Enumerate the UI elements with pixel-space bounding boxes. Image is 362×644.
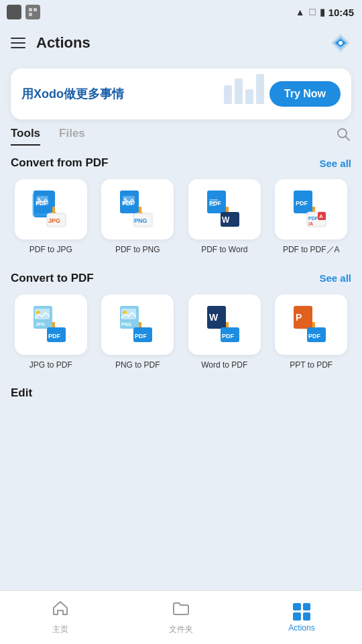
convert-from-pdf-header: Convert from PDF See all [11,156,351,170]
tool-pdf-to-pdfa[interactable]: PDF PDF /A A PDF to PDF／A [272,179,352,256]
convert-to-pdf-title: Convert to PDF [11,272,94,285]
png-to-pdf-icon: PNG PDF [116,303,159,346]
nav-home[interactable]: 主页 [0,600,121,635]
wifi-icon: ▲ [296,7,305,17]
tool-ppt-to-pdf[interactable]: P PDF PPT to PDF [272,294,352,371]
status-right-info: ▲ ☐ ▮ 10:45 [296,7,354,18]
nav-actions-label: Actions [288,623,314,633]
svg-rect-2 [29,13,32,16]
edit-header: Edit [11,386,351,400]
pdf-to-png-icon: PDF PNG [116,188,159,231]
convert-from-pdf-see-all[interactable]: See all [319,158,351,169]
nav-files[interactable]: 文件夹 [121,600,241,635]
try-now-button[interactable]: Try Now [269,81,341,107]
pdf-to-jpg-icon: PDF PDF JPG [29,188,72,231]
tool-png-to-pdf-icon-box: PNG PDF [101,294,174,355]
word-to-pdf-icon: W PDF [203,303,246,346]
edit-section: Edit [11,386,351,400]
convert-from-pdf-grid: PDF PDF JPG PDF to JPG [11,179,351,256]
svg-point-15 [38,198,40,201]
nav-home-label: 主页 [52,624,68,635]
tool-png-to-pdf[interactable]: PNG PDF PNG to PDF [98,294,178,371]
svg-text:PDF: PDF [308,333,321,339]
svg-text:PDF: PDF [222,333,235,339]
actions-grid-icon [293,603,310,621]
svg-text:W: W [209,312,219,323]
svg-text:P: P [296,312,302,323]
svg-text:A: A [319,213,323,219]
tool-pdf-to-jpg[interactable]: PDF PDF JPG PDF to JPG [11,179,91,256]
svg-line-8 [346,137,350,141]
svg-text:/A: /A [308,221,313,226]
svg-point-23 [124,198,127,201]
convert-to-pdf-header: Convert to PDF See all [11,272,351,285]
convert-to-pdf-grid: JPG PDF JPG to PDF PNG [11,294,351,371]
tool-ppt-to-pdf-icon-box: P PDF [275,294,347,355]
tool-ppt-to-pdf-label: PPT to PDF [290,360,333,371]
svg-text:JPG: JPG [36,322,46,327]
svg-text:PNG: PNG [121,322,132,327]
ppt-to-pdf-icon: P PDF [290,303,333,346]
clock: 10:45 [328,7,354,18]
convert-from-pdf-title: Convert from PDF [11,156,108,170]
convert-to-pdf-see-all[interactable]: See all [319,272,351,284]
header: Actions [0,24,362,62]
tool-jpg-to-pdf[interactable]: JPG PDF JPG to PDF [11,294,91,371]
tab-files[interactable]: Files [59,127,85,146]
tool-pdf-to-word-label: PDF to Word [201,245,247,256]
tool-pdf-to-png-label: PDF to PNG [115,245,160,256]
svg-text:PNG: PNG [134,217,147,224]
tool-pdf-to-pdfa-icon-box: PDF PDF /A A [275,179,347,239]
bottom-nav: 主页 文件夹 Actions [0,590,362,644]
xodo-diamond-icon [330,32,351,54]
tool-pdf-to-word-icon-box: PDF W [188,179,261,239]
battery-icon: ▮ [320,7,325,17]
folder-icon [172,600,190,621]
status-app-icon2 [25,5,40,19]
tool-pdf-to-png-icon-box: PDF PNG [101,179,174,239]
signal-icon: ☐ [308,7,316,17]
tool-pdf-to-jpg-label: PDF to JPG [29,245,72,256]
tab-tools[interactable]: Tools [11,127,40,146]
svg-point-6 [339,41,343,45]
svg-text:PDF: PDF [296,200,308,207]
menu-button[interactable] [11,38,25,48]
jpg-to-pdf-icon: JPG PDF [29,303,72,346]
svg-text:PDF: PDF [308,216,318,221]
tabs-bar: Tools Files [0,126,362,146]
tool-jpg-to-pdf-icon-box: JPG PDF [15,294,87,355]
svg-rect-17 [52,207,55,213]
svg-rect-1 [34,8,37,11]
tool-pdf-to-png[interactable]: PDF PNG PDF to PNG [98,179,178,256]
tool-word-to-pdf-icon-box: W PDF [188,294,261,355]
tool-pdf-to-jpg-icon-box: PDF PDF JPG [15,179,87,239]
banner-illustration [224,74,264,104]
nav-files-label: 文件夹 [169,624,193,635]
edit-title: Edit [11,386,32,400]
tool-jpg-to-pdf-label: JPG to PDF [29,360,72,371]
status-left-icons [7,5,40,19]
status-bar: ▲ ☐ ▮ 10:45 [0,0,362,24]
svg-text:PDF: PDF [48,333,61,339]
main-content: Convert from PDF See all PDF PDF [0,146,362,618]
tool-word-to-pdf-label: Word to PDF [201,360,247,371]
pdf-to-word-icon: PDF W [203,188,246,231]
svg-text:W: W [222,215,230,225]
page-title: Actions [36,34,319,52]
status-app-icon1 [7,5,21,19]
svg-text:PDF: PDF [135,333,147,339]
promo-banner: 用Xodo做更多事情 Try Now [11,68,351,119]
home-icon [52,600,69,621]
tool-word-to-pdf[interactable]: W PDF Word to PDF [184,294,265,371]
svg-rect-25 [139,207,141,213]
nav-actions[interactable]: Actions [241,603,362,633]
tool-pdf-to-pdfa-label: PDF to PDF／A [283,245,340,256]
svg-rect-0 [29,8,32,11]
tabs-list: Tools Files [11,127,85,146]
tool-pdf-to-word[interactable]: PDF W PDF to Word [184,179,265,256]
pdf-to-pdfa-icon: PDF PDF /A A [290,188,333,231]
tool-png-to-pdf-label: PNG to PDF [115,360,160,371]
svg-text:JPG: JPG [48,217,60,224]
search-button[interactable] [335,126,351,146]
